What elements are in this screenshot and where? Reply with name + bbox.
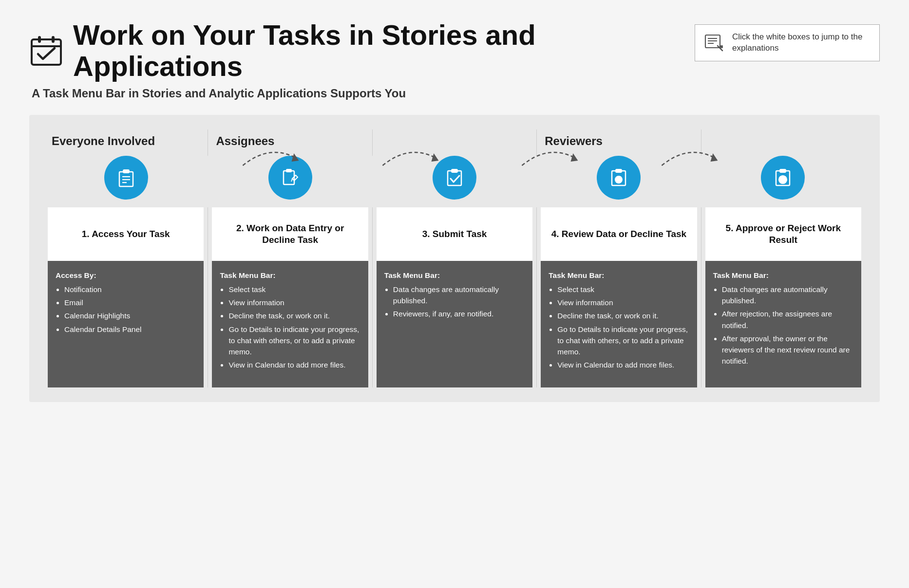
desc-list-1: Notification Email Calendar Highlights C… <box>56 284 196 335</box>
clipboard-icon <box>114 166 138 189</box>
list-item: Data changes are automatically published… <box>722 284 853 307</box>
circles-arrows-row <box>44 156 865 200</box>
list-item: Decline the task, or work on it. <box>228 310 360 321</box>
list-item: Decline the task, or work on it. <box>557 310 689 321</box>
arrow-svg-1-2 <box>208 141 331 170</box>
step-title-2: 2. Work on Data Entry or Decline Task <box>219 222 361 246</box>
task-icon <box>29 34 63 68</box>
list-item: Notification <box>64 284 196 295</box>
desc-list-5: Data changes are automatically published… <box>713 284 853 367</box>
list-item: Select task <box>228 284 360 295</box>
svg-marker-13 <box>292 153 299 162</box>
step-card-1[interactable]: 1. Access Your Task <box>48 207 204 261</box>
arrow-svg-4-5 <box>627 141 750 170</box>
col-5-inner: 5. Approve or Reject Work Result Task Me… <box>705 207 861 387</box>
desc-list-3: Data changes are automatically published… <box>384 284 525 320</box>
list-item: Calendar Highlights <box>64 310 196 321</box>
step-desc-3: Task Menu Bar: Data changes are automati… <box>377 261 532 387</box>
arrow-svg-3-4 <box>487 141 610 170</box>
list-item: View in Calendar to add more files. <box>228 359 360 370</box>
svg-marker-17 <box>431 153 438 162</box>
step-circle-5 <box>761 156 805 200</box>
col-3: 3. Submit Task Task Menu Bar: Data chang… <box>372 207 536 387</box>
arrow-3-4 <box>487 141 610 170</box>
list-item: View in Calendar to add more files. <box>557 359 689 370</box>
col-4: 4. Review Data or Decline Task Task Menu… <box>536 207 701 387</box>
main-container: Everyone Involved Assignees Reviewers <box>29 115 880 402</box>
step-cards-row: 1. Access Your Task Access By: Notificat… <box>44 207 865 387</box>
hint-icon <box>704 32 725 54</box>
arrow-1-2 <box>208 141 331 170</box>
list-item: After rejection, the assignees are notif… <box>722 308 853 331</box>
col-1: 1. Access Your Task Access By: Notificat… <box>44 207 208 387</box>
list-item: View information <box>228 297 360 308</box>
list-item: Go to Details to indicate your progress,… <box>228 324 360 358</box>
col-5: 5. Approve or Reject Work Result Task Me… <box>701 207 865 387</box>
svg-rect-22 <box>615 169 622 173</box>
svg-line-16 <box>291 179 292 182</box>
list-item: View information <box>557 297 689 308</box>
svg-rect-9 <box>123 169 130 173</box>
step-card-2[interactable]: 2. Work on Data Entry or Decline Task <box>212 207 368 261</box>
step-desc-2: Task Menu Bar: Select task View informat… <box>212 261 368 387</box>
svg-marker-20 <box>571 153 578 162</box>
arrow-2-3 <box>348 141 471 170</box>
svg-rect-2 <box>52 36 55 43</box>
col-1-inner: 1. Access Your Task Access By: Notificat… <box>48 207 204 387</box>
desc-title-5: Task Menu Bar: <box>713 270 853 281</box>
step-card-3[interactable]: 3. Submit Task <box>377 207 532 261</box>
list-item: Reviewers, if any, are notified. <box>393 308 525 319</box>
main-title: Work on Your Tasks in Stories and Applic… <box>29 19 695 82</box>
step-title-4: 4. Review Data or Decline Task <box>551 228 686 240</box>
arrow-4-5 <box>627 141 750 170</box>
desc-title-3: Task Menu Bar: <box>384 270 525 281</box>
header: Work on Your Tasks in Stories and Applic… <box>29 19 880 100</box>
arrow-svg-2-3 <box>348 141 471 170</box>
svg-rect-18 <box>448 171 461 185</box>
list-item: Email <box>64 297 196 308</box>
hint-text: Click the white boxes to jump to the exp… <box>732 32 871 54</box>
svg-rect-27 <box>779 169 786 173</box>
col-3-inner: 3. Submit Task Task Menu Bar: Data chang… <box>377 207 532 387</box>
step-circle-1 <box>104 156 148 200</box>
step-desc-5: Task Menu Bar: Data changes are automati… <box>705 261 861 387</box>
circle-1-wrapper <box>44 156 208 200</box>
col-2-inner: 2. Work on Data Entry or Decline Task Ta… <box>212 207 368 387</box>
desc-title-1: Access By: <box>56 270 196 281</box>
step-desc-4: Task Menu Bar: Select task View informat… <box>541 261 697 387</box>
list-item: Data changes are automatically published… <box>393 284 525 307</box>
step-desc-1: Access By: Notification Email Calendar H… <box>48 261 204 387</box>
list-item: Select task <box>557 284 689 295</box>
list-item: After approval, the owner or the reviewe… <box>722 333 853 367</box>
desc-title-2: Task Menu Bar: <box>220 270 360 281</box>
approve-icon <box>771 166 795 189</box>
subtitle: A Task Menu Bar in Stories and Analytic … <box>32 87 695 100</box>
step-title-3: 3. Submit Task <box>422 228 487 240</box>
desc-list-2: Select task View information Decline the… <box>220 284 360 371</box>
group-header-everyone: Everyone Involved <box>44 129 208 156</box>
list-item: Calendar Details Panel <box>64 324 196 335</box>
step-title-5: 5. Approve or Reject Work Result <box>712 222 854 246</box>
svg-marker-25 <box>710 153 718 162</box>
step-title-1: 1. Access Your Task <box>82 228 170 240</box>
list-item: Go to Details to indicate your progress,… <box>557 324 689 358</box>
step-card-5[interactable]: 5. Approve or Reject Work Result <box>705 207 861 261</box>
desc-list-4: Select task View information Decline the… <box>549 284 689 371</box>
desc-title-4: Task Menu Bar: <box>549 270 689 281</box>
svg-rect-1 <box>38 36 41 43</box>
svg-rect-0 <box>32 39 61 65</box>
col-4-inner: 4. Review Data or Decline Task Task Menu… <box>541 207 697 387</box>
col-2: 2. Work on Data Entry or Decline Task Ta… <box>208 207 372 387</box>
hint-box[interactable]: Click the white boxes to jump to the exp… <box>695 24 880 61</box>
step-card-4[interactable]: 4. Review Data or Decline Task <box>541 207 697 261</box>
title-area: Work on Your Tasks in Stories and Applic… <box>29 19 695 100</box>
